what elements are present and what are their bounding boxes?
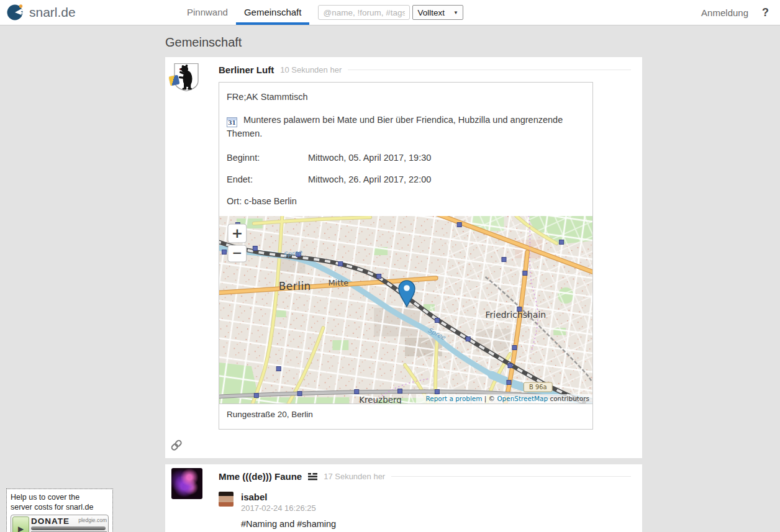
event-begin-label: Beginnt: (227, 153, 308, 163)
post-author[interactable]: Berliner Luft (219, 65, 274, 75)
donation-widget: Help us to cover the server costs for sn… (6, 489, 113, 532)
tab-pinnwand[interactable]: Pinnwand (179, 0, 236, 25)
event-end-row: Endet: Mittwoch, 26. April 2017, 22:00 (227, 174, 585, 184)
event-title: FRe;AK Stammtisch (227, 92, 585, 102)
permalink-icon[interactable] (170, 439, 183, 454)
calendar-icon: 31 (227, 117, 237, 127)
search-scope-select[interactable]: Volltext ▼ (412, 5, 463, 20)
event-location: Ort: c-base Berlin (227, 196, 585, 206)
play-icon: ▶ (12, 516, 29, 532)
stream-container: Gemeinschaft (165, 35, 642, 532)
avatar-isabel[interactable] (219, 492, 234, 507)
event-card: FRe;AK Stammtisch 31Munteres palawern be… (219, 82, 593, 430)
pledgie-badge-body: DONATE pledgie.com 76.00 € Raised! (31, 516, 107, 532)
snarl-logo-icon (6, 3, 25, 22)
post-header: Mme (((de))) Faune 17 Sekunden her (219, 469, 631, 484)
event-details: FRe;AK Stammtisch 31Munteres palawern be… (219, 92, 592, 206)
event-map[interactable]: Berlin Mitte Friedrichshain Kreuzberg Sp… (219, 216, 592, 404)
brand-name: snarl.de (29, 5, 76, 20)
openstreetmap-link[interactable]: OpenStreetMap (497, 395, 548, 402)
map-zoom-control: + − (228, 224, 247, 262)
event-description-text: Munteres palawern bei Mate und Bier über… (227, 115, 563, 138)
map-attribution: Report a problem | © OpenStreetMap contr… (416, 394, 592, 404)
donation-progress-bar (31, 526, 106, 530)
label-friedrichshain: Friedrichshain (486, 310, 546, 320)
header-divider (391, 476, 631, 477)
event-begin-value: Mittwoch, 05. April 2017, 19:30 (308, 153, 431, 163)
tab-gemeinschaft[interactable]: Gemeinschaft (236, 0, 310, 25)
search-scope-value: Volltext (417, 8, 445, 17)
search-input[interactable] (318, 5, 410, 20)
post-author[interactable]: Mme (((de))) Faune (219, 471, 302, 482)
login-link[interactable]: Anmeldung (701, 7, 748, 18)
report-problem-link[interactable]: Report a problem (426, 395, 483, 402)
donation-text-line1: Help us to cover the (11, 492, 109, 502)
page-background: Gemeinschaft (0, 25, 780, 532)
post-timestamp: 17 Sekunden her (324, 472, 385, 481)
help-icon[interactable]: ? (762, 6, 769, 19)
road-ref-badge: B 96a (524, 382, 552, 392)
svg-text:B 96a: B 96a (529, 384, 547, 390)
shared-author[interactable]: isabel (241, 492, 336, 502)
zoom-in-label[interactable]: + (232, 225, 243, 241)
post-timestamp: 10 Sekunden her (280, 65, 342, 74)
topbar-right: Anmeldung ? (701, 6, 769, 19)
post-header: Berliner Luft 10 Sekunden her (219, 62, 631, 77)
donate-label: DONATE (31, 516, 70, 526)
shared-item: isabel 2017-02-24 16:26:25 #Naming and #… (219, 492, 631, 529)
event-address: Rungestraße 20, Berlin (219, 404, 592, 429)
svg-text:Report a problem | © OpenStree: Report a problem | © OpenStreetMap contr… (426, 395, 590, 403)
pledgie-brand: pledgie.com (78, 517, 107, 523)
shared-timestamp: 2017-02-24 16:26:25 (241, 503, 336, 513)
shared-item-body: isabel 2017-02-24 16:26:25 #Naming and #… (241, 492, 336, 529)
label-kreuzberg: Kreuzberg (359, 395, 402, 404)
reshare-list-icon (308, 473, 317, 480)
pledgie-donate-button[interactable]: ▶ DONATE pledgie.com 76.00 € Raised! (11, 515, 109, 532)
dropdown-arrow-icon: ▼ (453, 10, 458, 16)
main-tabs: Pinnwand Gemeinschaft (179, 0, 309, 25)
zoom-out-label[interactable]: − (232, 245, 243, 260)
event-end-value: Mittwoch, 26. April 2017, 22:00 (308, 174, 431, 184)
avatar-berliner-luft[interactable] (171, 62, 201, 92)
event-end-label: Endet: (227, 174, 308, 184)
network-badge-icon (169, 75, 180, 86)
shared-text: #Naming and #shaming (241, 519, 336, 529)
event-description: 31Munteres palawern bei Mate und Bier üb… (227, 114, 585, 141)
avatar-mme-faune[interactable] (171, 468, 202, 499)
post-mme-faune: Mme (((de))) Faune 17 Sekunden her isabe… (165, 464, 642, 532)
post-berliner-luft: Berliner Luft 10 Sekunden her FRe;AK Sta… (165, 57, 642, 458)
header-divider (348, 70, 631, 70)
label-mitte: Mitte (328, 278, 348, 287)
site-logo[interactable]: snarl.de (6, 3, 128, 22)
event-begin-row: Beginnt: Mittwoch, 05. April 2017, 19:30 (227, 153, 585, 163)
page-title: Gemeinschaft (165, 35, 642, 50)
top-navigation-bar: snarl.de Pinnwand Gemeinschaft Volltext … (0, 0, 780, 25)
label-berlin: Berlin (279, 280, 311, 292)
donation-text-line2: server costs for snarl.de (11, 502, 109, 512)
